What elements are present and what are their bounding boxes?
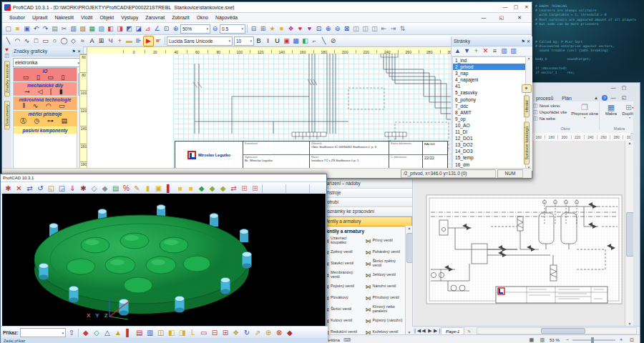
format-icon[interactable]: I: [263, 36, 273, 46]
toolbar-icon[interactable]: ▦: [87, 24, 97, 34]
font-combo[interactable]: Lucida Sans Unicode▾: [167, 36, 233, 46]
shape-item[interactable]: ⋈Přímý ventil: [364, 238, 406, 244]
page-list-item[interactable]: 8_AMiT: [453, 109, 525, 116]
cad-tool-icon[interactable]: ⇄: [228, 183, 239, 194]
toolbar-icon[interactable]: ⊕: [323, 24, 333, 34]
shape-item[interactable]: ⋈Pojistný (nárožní): [364, 318, 406, 324]
close-icon[interactable]: ✕: [522, 4, 532, 11]
cad-tool-icon[interactable]: ✎: [132, 183, 142, 194]
page-list-item[interactable]: 12_DO1: [453, 135, 525, 141]
page-list-item[interactable]: 2_privod: [453, 64, 525, 70]
shape-category[interactable]: Potrubí: [321, 198, 412, 207]
minimize-icon[interactable]: —: [608, 84, 618, 91]
toolbar-icon[interactable]: ⊟: [249, 24, 258, 34]
macros-button[interactable]: ▦ Makra: [601, 102, 621, 116]
command-tool-icon[interactable]: ▭: [198, 327, 209, 338]
side-dock-tab[interactable]: Správce katalogů: [524, 121, 530, 164]
toolbar-icon[interactable]: ◫: [351, 24, 361, 34]
shape-item[interactable]: ⋈Škrticí ventil: [321, 307, 364, 313]
ribbon-button[interactable]: ◫Nové okno: [533, 103, 567, 109]
page-list-item[interactable]: 15_temp: [453, 154, 525, 161]
shape-item[interactable]: ⋈Plovákový: [321, 295, 364, 302]
cad3d-titlebar[interactable]: ProfiCAD 10.3.1: [1, 174, 326, 182]
toolbar-icon[interactable]: ⇤: [379, 24, 389, 34]
cad-tool-icon[interactable]: ✱: [3, 183, 14, 194]
shapes-scrollbar[interactable]: ▲ ▼: [405, 226, 413, 334]
pages-tool-icon[interactable]: ✕: [481, 46, 490, 56]
cad-tool-icon[interactable]: ■: [185, 183, 196, 194]
cad-tool-icon[interactable]: ◆: [99, 183, 110, 194]
toolbar-icon[interactable]: ⊡: [314, 24, 323, 34]
menu-item[interactable]: Nakreslit: [51, 15, 77, 20]
page-list-item[interactable]: 4_napajeni: [453, 76, 525, 83]
format-icon[interactable]: B: [254, 36, 263, 46]
cad3d-window[interactable]: ProfiCAD 10.3.1 ✱✕⇄↺◱◲⇓✱◇◆▤%✎▮▣▌■■◆◆◆⇄⊞⊞: [0, 174, 327, 343]
page-list-item[interactable]: 5_zasuvky: [453, 89, 525, 96]
command-tool-icon[interactable]: ❖: [230, 327, 241, 338]
page-list-item[interactable]: 1_ind: [453, 57, 525, 64]
drawing-tool-icon[interactable]: □: [31, 36, 41, 46]
symbol-section[interactable]: IO ▭ ▯ ▭ ▯: [14, 68, 77, 82]
maximize-icon[interactable]: ▢: [511, 4, 521, 11]
pages-tool-icon[interactable]: ▼: [462, 46, 472, 56]
switch-windows-button[interactable]: ❐ Přepnout okna▾: [571, 102, 598, 120]
cad-tool-icon[interactable]: ◆: [218, 183, 228, 194]
toolbar-icon[interactable]: ■: [13, 24, 22, 34]
drawing-tool-icon[interactable]: ▭: [41, 36, 50, 46]
cad-tool-icon[interactable]: ✱: [78, 183, 89, 194]
page-list-item[interactable]: 10_AO: [453, 122, 525, 129]
pin-icon[interactable]: ⚑: [72, 49, 76, 54]
cad-tool-icon[interactable]: ⇓: [67, 183, 78, 194]
select-tool-icon[interactable]: ▶: [143, 36, 154, 46]
toolbar-icon[interactable]: ⊠: [342, 24, 351, 34]
shape-item[interactable]: ⋈Přírubový ventil: [364, 295, 406, 302]
ribbon-collapse-icon[interactable]: ▴: [591, 94, 601, 101]
drawing-tool-icon[interactable]: ◇: [69, 36, 78, 46]
command-tool-icon[interactable]: L: [187, 327, 198, 338]
shape-item[interactable]: ⋈Škrticí zpětný ventil: [364, 259, 406, 268]
cad-tool-icon[interactable]: ✕: [14, 183, 24, 194]
format-icon[interactable]: ⊘: [328, 36, 338, 46]
toolbar-icon[interactable]: ⇥: [389, 24, 398, 34]
command-tool-icon[interactable]: ◨: [177, 327, 187, 338]
drawing-tool-icon[interactable]: ○: [50, 36, 59, 46]
drawing-tool-icon[interactable]: A: [87, 36, 97, 46]
minimize-icon[interactable]: —: [500, 4, 510, 11]
format-icon[interactable]: ⌐: [310, 36, 319, 46]
shape-item[interactable]: ⋈Stavěcí ventil: [321, 261, 364, 267]
toolbar-icon[interactable]: ⊖: [333, 24, 342, 34]
hscrollbar[interactable]: [477, 327, 637, 334]
side-dock-tab[interactable]: Hledat: [524, 95, 530, 117]
symbol-glyphs[interactable]: ⊸ ◁ | ▮: [15, 88, 75, 95]
page-list-item[interactable]: 6_pohony: [453, 96, 525, 103]
command-tool-icon[interactable]: ▤: [134, 327, 145, 338]
cad-tool-icon[interactable]: ⊞: [239, 183, 250, 194]
toolbar-icon[interactable]: ◧: [106, 24, 115, 34]
view-normal-icon[interactable]: ▦: [527, 337, 537, 343]
toolbar-icon[interactable]: ↶: [31, 24, 41, 34]
command-tool-icon[interactable]: ⊞: [220, 327, 230, 338]
command-tool-icon[interactable]: ▥: [145, 327, 155, 338]
drawing-tool-icon[interactable]: ◠: [13, 36, 22, 46]
cad-tool-icon[interactable]: ▌: [164, 183, 175, 194]
cad-tool-icon[interactable]: ◆: [196, 183, 207, 194]
shape-item[interactable]: ⋈Zpětný ventil: [321, 249, 364, 256]
toolbar-icon[interactable]: ◨: [115, 24, 125, 34]
shape-category[interactable]: Ventily a armatury: [321, 217, 412, 227]
cad-tool-icon[interactable]: ⇄: [24, 183, 35, 194]
menu-item[interactable]: Soubor: [6, 15, 29, 20]
page-list-item[interactable]: 13_DO2: [453, 141, 525, 148]
format-icon[interactable]: ▩: [291, 36, 301, 46]
shape-item[interactable]: ⋈Klínový nebo paralelní: [364, 305, 406, 314]
cad-tool-icon[interactable]: ▮: [142, 183, 153, 194]
toolbar-icon[interactable]: ⊖: [210, 24, 220, 34]
mdi-minimize-icon[interactable]: —: [475, 14, 492, 21]
cad-tool-icon[interactable]: ■: [175, 183, 185, 194]
shape-item[interactable]: ⋈Kuželový ventil: [364, 329, 406, 335]
viewport-3d[interactable]: X Y Z: [2, 194, 326, 326]
page-list-item[interactable]: 16_dm: [453, 161, 525, 168]
first-page-icon[interactable]: ❘◀: [413, 327, 420, 334]
command-tool-icon[interactable]: ▲: [112, 327, 123, 338]
menu-item[interactable]: Zarovnat: [142, 15, 168, 20]
command-tool-icon[interactable]: ▌: [123, 327, 134, 338]
